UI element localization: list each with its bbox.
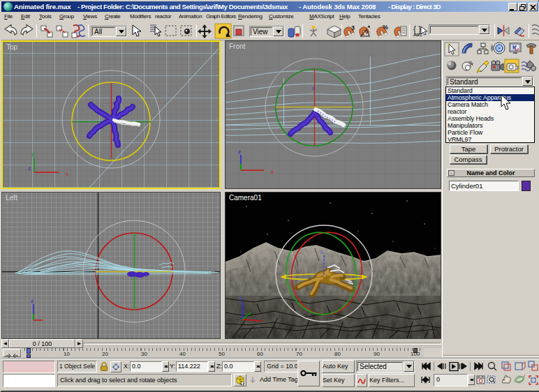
svg-text:x: x — [66, 171, 68, 177]
svg-text:z: z — [239, 295, 242, 301]
svg-text:x: x — [271, 169, 274, 175]
svg-text:z: z — [321, 250, 324, 255]
svg-text:z: z — [31, 298, 34, 304]
svg-text:%: % — [383, 24, 388, 31]
svg-text:z: z — [28, 165, 31, 172]
svg-text:z: z — [238, 149, 241, 155]
svg-text:y: y — [31, 151, 34, 157]
svg-text:z: z — [312, 86, 315, 91]
svg-text:3: 3 — [351, 24, 355, 31]
